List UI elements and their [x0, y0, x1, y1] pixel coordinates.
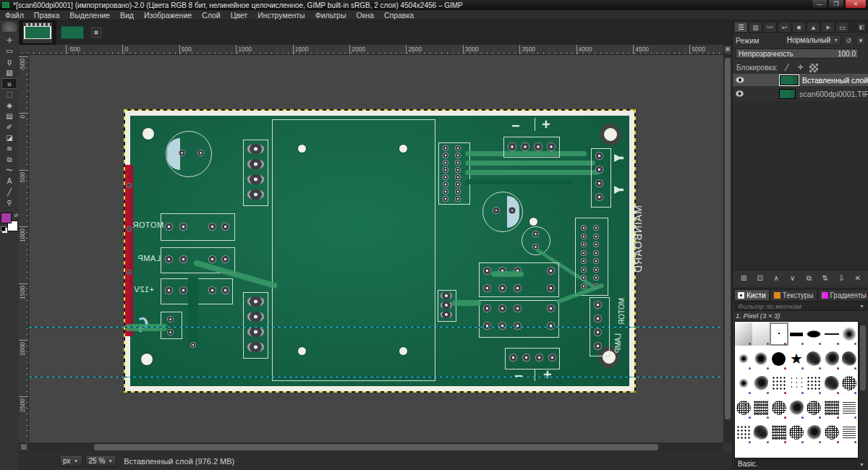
tab-gradients[interactable]: Градиенты: [818, 289, 868, 300]
brush-item[interactable]: [805, 371, 822, 396]
reset-mode-icon[interactable]: ↺: [843, 35, 854, 46]
move-tool[interactable]: ✛: [1, 35, 17, 46]
opacity-slider[interactable]: Непрозрачность 100.0 ⇅: [736, 48, 859, 59]
clone-tool[interactable]: ⧉: [1, 154, 17, 165]
maximize-button[interactable]: ❐: [828, 0, 844, 9]
zoom-image-button[interactable]: ▣: [723, 45, 732, 55]
brush-item[interactable]: [822, 396, 840, 420]
menu-Фильтры[interactable]: Фильтры: [310, 11, 352, 20]
brush-item[interactable]: [735, 322, 752, 346]
layer-row[interactable]: Вставленный слой: [733, 74, 868, 86]
select-by-color-tool[interactable]: ▧: [1, 67, 17, 78]
menu-Изображение[interactable]: Изображение: [139, 11, 197, 20]
brush-item[interactable]: ★: [788, 346, 805, 371]
horizontal-guide[interactable]: [29, 377, 723, 377]
menu-Цвет[interactable]: Цвет: [226, 11, 253, 20]
brush-item[interactable]: [770, 322, 788, 346]
brush-item[interactable]: [805, 396, 822, 420]
menu-Файл[interactable]: Файл: [0, 11, 29, 20]
eraser-tool[interactable]: ◪: [1, 132, 17, 143]
brush-item[interactable]: [752, 396, 770, 420]
tab-list-icon[interactable]: ▣: [91, 27, 101, 38]
brush-item[interactable]: [805, 420, 822, 445]
swap-colors-icon[interactable]: ⇄: [14, 213, 18, 218]
images-tab-icon[interactable]: ■: [792, 22, 806, 33]
gradient-tool[interactable]: ▤: [1, 111, 17, 121]
tab-brushes[interactable]: Кисти: [734, 289, 770, 300]
brush-item[interactable]: [735, 371, 752, 396]
brush-item[interactable]: [770, 396, 788, 420]
new-layer-icon[interactable]: ⊞: [737, 273, 750, 284]
layers-tab-icon[interactable]: ☰: [734, 22, 748, 33]
unit-select[interactable]: px▼: [59, 455, 82, 467]
zoom-tool[interactable]: ⚲: [1, 197, 17, 208]
brush-item[interactable]: [735, 396, 752, 420]
horizontal-ruler[interactable]: -500050010001500200025003000350040004500…: [19, 45, 732, 55]
brush-item[interactable]: [788, 396, 805, 420]
brush-item[interactable]: [841, 322, 858, 346]
menu-Слой[interactable]: Слой: [197, 11, 226, 20]
brush-item[interactable]: [735, 420, 752, 445]
histogram-tab-icon[interactable]: ▲: [807, 22, 820, 33]
brush-item[interactable]: [735, 346, 752, 371]
tab-menu-icon[interactable]: ◧: [857, 22, 866, 31]
brush-item[interactable]: [841, 420, 858, 445]
visibility-eye-icon[interactable]: [736, 90, 744, 97]
brush-item[interactable]: [752, 322, 770, 346]
delete-layer-icon[interactable]: ✕: [851, 273, 864, 284]
lock-alpha-icon[interactable]: [809, 64, 818, 72]
close-button[interactable]: ✕: [845, 0, 867, 9]
vertical-scrollbar[interactable]: [723, 55, 732, 443]
image-tab[interactable]: [56, 20, 88, 45]
raise-layer-icon[interactable]: ∧: [770, 273, 783, 284]
brush-item[interactable]: [805, 346, 822, 371]
menu-Правка[interactable]: Правка: [29, 11, 64, 20]
menu-Инструменты[interactable]: Инструменты: [252, 11, 310, 20]
pointer-tab-icon[interactable]: ➤: [821, 22, 835, 33]
menu-Выделение[interactable]: Выделение: [64, 11, 115, 20]
bucket-fill-tool[interactable]: ◈: [1, 100, 17, 111]
layer-row[interactable]: scan600dpi0001.TIF: [733, 87, 868, 100]
brush-item[interactable]: [841, 396, 858, 420]
foreground-color-swatch[interactable]: [1, 213, 12, 223]
brush-item[interactable]: [822, 420, 840, 445]
mode-select[interactable]: Нормальный▼: [784, 35, 841, 46]
menu-Справка[interactable]: Справка: [379, 11, 419, 20]
paintbrush-tool[interactable]: ✐: [1, 121, 17, 132]
brush-scrollbar[interactable]: [859, 321, 867, 458]
brush-item[interactable]: [770, 346, 788, 371]
vertical-ruler[interactable]: -50005001000150020002500: [19, 55, 29, 443]
transform-tool[interactable]: ⬚: [1, 89, 17, 100]
new-group-icon[interactable]: ⊡: [754, 273, 767, 284]
brush-item[interactable]: [841, 346, 858, 371]
airbrush-tool[interactable]: ≋: [1, 143, 17, 154]
merge-layer-icon[interactable]: ⇅: [819, 273, 832, 284]
brush-item[interactable]: [752, 346, 770, 371]
quick-mask-button[interactable]: ▨: [19, 443, 29, 452]
minimize-button[interactable]: —: [812, 0, 827, 9]
anchor-layer-icon[interactable]: ⇩: [835, 273, 848, 284]
brush-item[interactable]: [822, 371, 840, 396]
mode-options-icon[interactable]: ▼: [856, 35, 866, 46]
menu-Окна[interactable]: Окна: [351, 11, 378, 20]
brush-item[interactable]: [788, 371, 805, 396]
brush-item[interactable]: [770, 371, 788, 396]
brush-item[interactable]: [805, 322, 822, 346]
duplicate-layer-icon[interactable]: ⧉: [802, 273, 815, 284]
menu-Вид[interactable]: Вид: [115, 11, 139, 20]
default-colors-icon[interactable]: [1, 226, 6, 231]
image-tab-active[interactable]: [19, 20, 56, 45]
brush-item[interactable]: [841, 371, 858, 396]
visibility-eye-icon[interactable]: [736, 77, 744, 83]
brush-item[interactable]: [752, 420, 770, 445]
brush-item[interactable]: [822, 346, 840, 371]
free-select-tool[interactable]: ϙ: [1, 56, 17, 67]
lock-position-icon[interactable]: ✛: [796, 63, 805, 72]
tab-patterns[interactable]: Текстуры: [770, 289, 817, 300]
brush-item[interactable]: [788, 322, 805, 346]
canvas[interactable]: MOTOR LAMP +12V ς: [29, 55, 723, 443]
zoom-select[interactable]: 25 %▼: [85, 455, 117, 467]
brush-preset-select[interactable]: Basic. ▼: [734, 459, 867, 469]
brush-filter-input[interactable]: Фильтр по меткам ▼: [734, 301, 867, 311]
rectangle-select-tool[interactable]: ▭: [1, 46, 17, 56]
